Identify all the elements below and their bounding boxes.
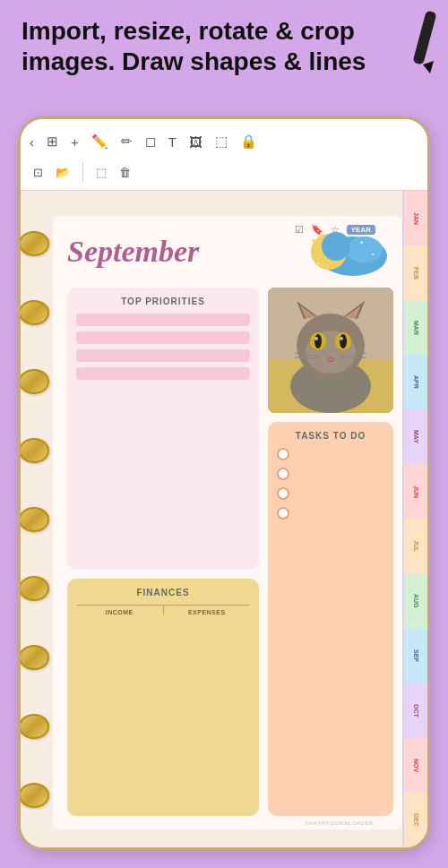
main-content: TOP PRIORITIES FINANCES INCOME EXPENSES [67,288,393,816]
tab-aug[interactable]: AUG [402,574,427,629]
ring-1 [21,231,49,256]
eraser-icon[interactable]: ◻ [145,133,156,150]
moon-cloud-decoration: ✦ ✦ ✦ ✦ ✦ [304,225,393,279]
device-frame: ‹ ⊞ + ✏️ ✏ ◻ T 🖼 ⬚ 🔒 ⊡ 📂 ⬚ 🗑 [18,116,430,850]
tab-mar[interactable]: MAR [402,300,427,355]
text-format-icon[interactable]: ⊡ [33,166,43,179]
tab-feb[interactable]: FEB [402,245,427,300]
back-icon[interactable]: ‹ [30,134,34,150]
crop-icon[interactable]: ⬚ [96,166,107,179]
svg-point-25 [314,337,318,340]
right-column: TASKS TO DO [268,288,393,816]
tab-jan[interactable]: JAN [402,191,427,245]
tab-oct[interactable]: OCT [402,683,427,738]
ring-6 [21,576,49,601]
task-circle-2[interactable] [277,468,289,480]
month-tabs: JAN FEB MAR APR MAY JUN JUL AUG SEP OCT … [402,191,427,847]
task-circle-1[interactable] [277,448,289,460]
svg-text:✦: ✦ [371,252,375,257]
priority-line-4 [76,367,250,380]
cat-photo [268,288,393,413]
header-line1: Import, resize, rotate & crop [22,17,355,45]
priority-line-2 [76,331,250,344]
month-title: September [67,235,199,269]
tab-may[interactable]: MAY [402,409,427,464]
task-item-3 [277,487,384,500]
planner-area: JAN FEB MAR APR MAY JUN JUL AUG SEP OCT … [21,191,427,847]
toolbar-divider [82,162,83,182]
ring-4 [21,438,49,463]
task-circle-4[interactable] [277,507,289,520]
income-col: INCOME [76,606,164,615]
planner-body: ☑ 🔖 ☆ YEAR September ✦ ✦ [53,216,402,829]
finances-table: INCOME EXPENSES [76,605,250,615]
svg-point-24 [340,334,347,348]
ring-2 [21,300,49,325]
priorities-box: TOP PRIORITIES [67,288,259,570]
svg-marker-1 [423,61,434,73]
ring-5 [21,507,49,532]
finances-box: FINANCES INCOME EXPENSES [67,579,259,816]
tab-nov[interactable]: NOV [402,738,427,793]
folder-icon[interactable]: 📂 [56,166,70,179]
task-circle-3[interactable] [277,487,289,500]
left-column: TOP PRIORITIES FINANCES INCOME EXPENSES [67,288,259,816]
priority-line-1 [76,314,250,326]
svg-text:✦: ✦ [359,240,364,245]
tab-sep[interactable]: SEP [402,629,427,683]
ring-9 [21,783,49,808]
toolbar-row1: ‹ ⊞ + ✏️ ✏ ◻ T 🖼 ⬚ 🔒 [30,125,418,159]
watermark: ©HAPPYDOWNLOADER [306,821,374,826]
svg-point-4 [347,236,383,263]
priority-line-3 [76,349,250,362]
pencil-icon[interactable]: ✏ [121,133,133,150]
pen-icon[interactable]: ✏️ [91,133,108,150]
tab-jun[interactable]: JUN [402,464,427,519]
header-text: Import, resize, rotate & crop images. Dr… [22,16,394,76]
toolbar-row2: ⊡ 📂 ⬚ 🗑 [30,159,418,185]
tab-jul[interactable]: JUL [402,519,427,573]
tasks-box: TASKS TO DO [268,422,393,816]
ring-7 [21,645,49,670]
delete-icon[interactable]: 🗑 [119,166,131,179]
ring-3 [21,369,49,394]
lock-icon[interactable]: 🔒 [240,133,257,150]
toolbar: ‹ ⊞ + ✏️ ✏ ◻ T 🖼 ⬚ 🔒 ⊡ 📂 ⬚ 🗑 [21,119,427,191]
cat-image [268,288,393,413]
select-icon[interactable]: ⬚ [215,133,228,150]
svg-text:✦: ✦ [311,237,316,244]
spiral-rings [21,209,53,829]
tab-dec[interactable]: DEC [402,793,427,847]
svg-point-26 [340,337,343,340]
svg-point-23 [314,334,322,348]
priorities-title: TOP PRIORITIES [76,296,250,306]
finances-title: FINANCES [76,588,250,597]
checkbox-icon[interactable]: ☑ [295,224,304,236]
text-icon[interactable]: T [168,134,177,150]
expenses-col: EXPENSES [164,606,251,615]
svg-rect-0 [412,10,436,64]
grid-icon[interactable]: ⊞ [47,133,58,150]
tab-apr[interactable]: APR [402,355,427,409]
tasks-title: TASKS TO DO [277,431,384,441]
task-item-1 [277,448,384,460]
svg-point-9 [322,232,350,261]
header-line2: images. Draw shapes & lines [22,47,366,75]
svg-text:✦: ✦ [316,261,320,266]
image-icon[interactable]: 🖼 [189,134,202,150]
add-icon[interactable]: + [71,134,79,150]
stylus-icon [394,9,439,81]
task-item-2 [277,468,384,480]
task-item-4 [277,507,384,520]
ring-8 [21,714,49,739]
